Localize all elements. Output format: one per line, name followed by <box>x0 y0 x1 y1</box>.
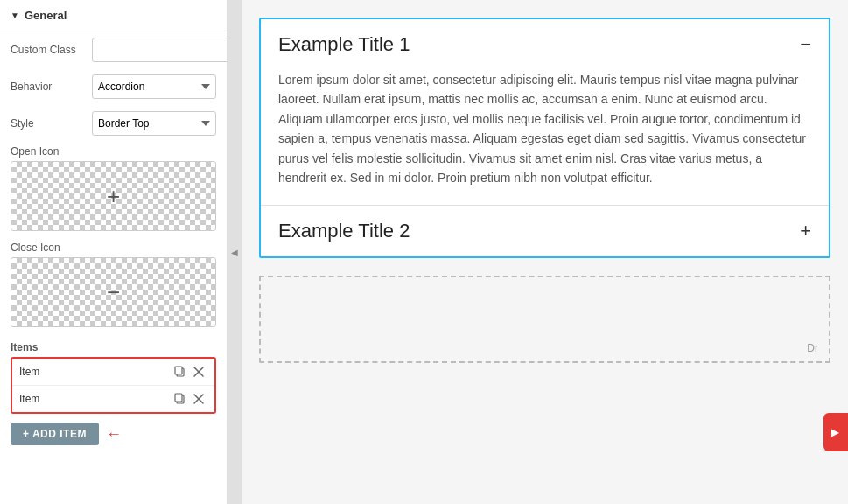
item-delete-button-1[interactable] <box>190 365 207 379</box>
bottom-right-label: Dr <box>807 342 818 354</box>
accordion-header-1[interactable]: Example Title 1 − <box>261 19 829 70</box>
custom-class-row: Custom Class <box>0 32 227 68</box>
list-item: Example Title 2 + <box>261 206 829 256</box>
open-icon-preview: + <box>11 161 216 231</box>
style-label: Style <box>11 117 85 130</box>
custom-class-label: Custom Class <box>11 44 85 56</box>
right-panel: Example Title 1 − Lorem ipsum dolor sit … <box>242 0 848 504</box>
add-item-button[interactable]: + ADD ITEM <box>11 423 99 445</box>
duplicate-icon <box>174 366 186 378</box>
table-row: Item <box>12 386 214 412</box>
duplicate-icon <box>174 393 186 405</box>
panel-toggle-icon: ▶ <box>830 427 842 438</box>
accordion-container: Example Title 1 − Lorem ipsum dolor sit … <box>259 18 830 258</box>
item-duplicate-button-1[interactable] <box>171 364 190 380</box>
items-list: Item Item <box>11 357 216 414</box>
items-label: Items <box>0 334 227 357</box>
open-icon-symbol: + <box>107 183 120 210</box>
drop-zone: Dr <box>259 276 830 363</box>
close-icon <box>193 367 204 377</box>
item-name-1: Item <box>19 366 171 378</box>
svg-rect-1 <box>175 367 182 374</box>
collapse-arrow-icon: ◀ <box>231 248 238 257</box>
panel-toggle-button[interactable]: ▶ <box>823 413 848 452</box>
accordion-body-1: Lorem ipsum dolor sit amet, consectetur … <box>278 70 811 187</box>
left-panel: ▼ General Custom Class Behavior Accordio… <box>0 0 228 504</box>
custom-class-input[interactable] <box>92 38 228 62</box>
accordion-title-1: Example Title 1 <box>278 33 410 56</box>
style-select[interactable]: Border Top Border Bottom None <box>92 111 216 136</box>
arrow-right-icon: ← <box>106 425 122 444</box>
accordion-title-2: Example Title 2 <box>278 220 410 242</box>
behavior-select[interactable]: Accordion Toggle None <box>92 74 216 99</box>
behavior-label: Behavior <box>11 80 85 93</box>
section-title: General <box>25 9 67 22</box>
item-name-2: Item <box>19 393 171 405</box>
close-icon-symbol: − <box>107 279 120 306</box>
open-icon-label: Open Icon <box>0 142 227 161</box>
accordion-toggle-2: + <box>800 221 811 241</box>
close-icon <box>193 394 204 404</box>
chevron-down-icon: ▼ <box>11 10 19 20</box>
close-icon-label: Close Icon <box>0 238 227 257</box>
accordion-header-2[interactable]: Example Title 2 + <box>261 206 829 256</box>
style-row: Style Border Top Border Bottom None <box>0 105 227 142</box>
item-delete-button-2[interactable] <box>190 392 207 406</box>
item-duplicate-button-2[interactable] <box>171 391 190 407</box>
table-row: Item <box>12 359 214 386</box>
svg-rect-3 <box>175 394 182 402</box>
accordion-content-1: Lorem ipsum dolor sit amet, consectetur … <box>261 70 829 205</box>
section-header-general[interactable]: ▼ General <box>0 0 227 32</box>
close-icon-preview: − <box>11 257 216 327</box>
behavior-row: Behavior Accordion Toggle None <box>0 68 227 105</box>
accordion-toggle-1: − <box>800 35 811 54</box>
collapse-handle[interactable]: ◀ <box>228 0 242 504</box>
add-item-row: + ADD ITEM ← <box>0 414 227 454</box>
list-item: Example Title 1 − Lorem ipsum dolor sit … <box>261 19 829 206</box>
